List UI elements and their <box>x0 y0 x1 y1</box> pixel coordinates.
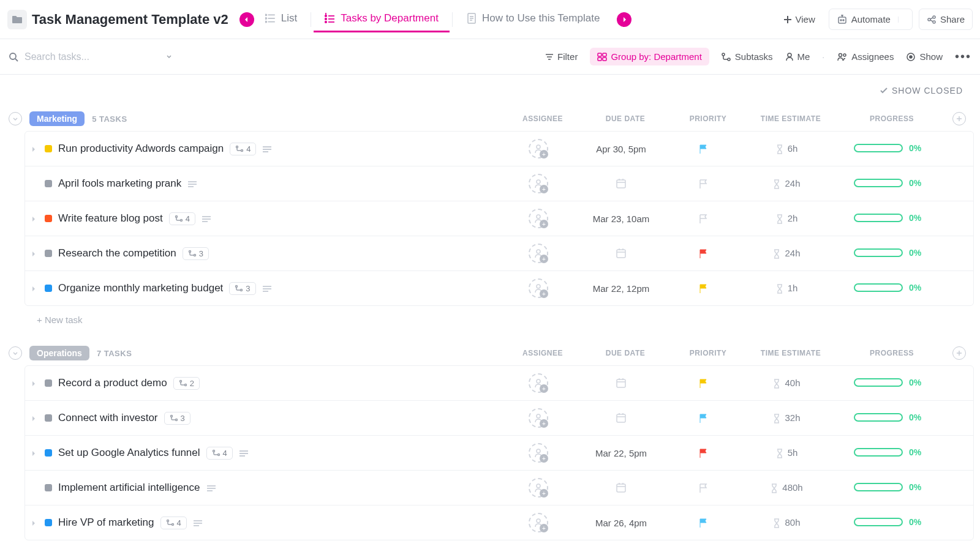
status-indicator[interactable] <box>45 250 52 257</box>
time-estimate-text[interactable]: 480h <box>782 482 802 493</box>
tab-list[interactable]: List <box>254 6 308 32</box>
status-indicator[interactable] <box>45 285 52 292</box>
subtask-count-badge[interactable]: 3 <box>229 282 255 295</box>
assign-user-button[interactable]: + <box>529 408 548 428</box>
task-row[interactable]: Write feature blog post 4 + Mar 23, 10am… <box>25 201 973 236</box>
progress-bar[interactable] <box>854 179 903 187</box>
due-date-text[interactable]: Mar 22, 5pm <box>595 448 647 458</box>
task-name[interactable]: Set up Google Analytics funnel <box>58 447 200 459</box>
priority-flag[interactable] <box>698 177 709 190</box>
subtask-count-badge[interactable]: 3 <box>164 412 190 425</box>
assign-user-button[interactable]: + <box>529 139 548 159</box>
progress-bar[interactable] <box>854 283 903 292</box>
subtasks-button[interactable]: Subtasks <box>722 51 773 62</box>
add-column-button[interactable] <box>952 346 966 360</box>
new-task-button[interactable]: + New task <box>6 306 974 331</box>
expand-caret[interactable] <box>31 518 39 528</box>
folder-icon[interactable] <box>7 10 27 29</box>
add-view-button[interactable]: View <box>776 9 823 29</box>
me-button[interactable]: Me <box>785 51 810 62</box>
expand-caret[interactable] <box>31 144 39 154</box>
subtask-count-badge[interactable]: 2 <box>173 377 200 390</box>
task-row[interactable]: Research the competition 3 + 24h 0% <box>25 236 973 271</box>
task-row[interactable]: Run productivity Adwords campaign 4 + Ap… <box>25 132 973 166</box>
automate-button[interactable]: Automate <box>829 9 913 30</box>
task-row[interactable]: Connect with investor 3 + 32h 0% <box>25 401 973 436</box>
assign-user-button[interactable]: + <box>529 244 548 263</box>
group-badge[interactable]: Marketing <box>29 111 85 126</box>
show-button[interactable]: Show <box>906 51 943 62</box>
description-icon[interactable] <box>206 483 216 493</box>
task-row[interactable]: Implement artificial intelligence + 480h… <box>25 471 973 505</box>
task-name[interactable]: Organize monthly marketing budget <box>58 282 223 294</box>
show-closed-button[interactable]: SHOW CLOSED <box>880 86 963 95</box>
progress-bar[interactable] <box>854 378 903 387</box>
status-indicator[interactable] <box>45 519 52 526</box>
collapse-group-button[interactable] <box>9 112 22 125</box>
group-badge[interactable]: Operations <box>29 346 89 360</box>
expand-caret[interactable] <box>31 448 39 458</box>
priority-flag[interactable] <box>698 212 709 225</box>
priority-flag[interactable] <box>698 412 709 424</box>
task-name[interactable]: Record a product demo <box>58 377 167 389</box>
status-indicator[interactable] <box>45 484 52 491</box>
nav-next-button[interactable] <box>617 12 631 27</box>
subtask-count-badge[interactable]: 3 <box>183 247 209 260</box>
assignees-button[interactable]: Assignees <box>837 51 894 62</box>
progress-bar[interactable] <box>854 448 903 457</box>
status-indicator[interactable] <box>45 449 52 457</box>
assign-user-button[interactable]: + <box>529 174 548 193</box>
task-name[interactable]: Run productivity Adwords campaign <box>58 143 224 155</box>
progress-bar[interactable] <box>854 214 903 222</box>
description-icon[interactable] <box>262 283 272 293</box>
status-indicator[interactable] <box>45 180 52 187</box>
expand-caret[interactable] <box>31 413 39 423</box>
time-estimate-text[interactable]: 80h <box>785 517 800 528</box>
assign-user-button[interactable]: + <box>529 478 548 498</box>
more-options-button[interactable]: ••• <box>955 50 971 64</box>
expand-caret[interactable] <box>31 283 39 293</box>
due-date-text[interactable]: Apr 30, 5pm <box>596 144 646 154</box>
description-icon[interactable] <box>262 144 272 154</box>
description-icon[interactable] <box>193 518 203 528</box>
time-estimate-text[interactable]: 32h <box>785 412 800 423</box>
description-icon[interactable] <box>202 214 211 223</box>
task-name[interactable]: April fools marketing prank <box>58 177 181 190</box>
priority-flag[interactable] <box>698 247 709 259</box>
nav-prev-button[interactable] <box>239 12 254 27</box>
time-estimate-text[interactable]: 2h <box>788 213 798 223</box>
task-row[interactable]: Record a product demo 2 + 40h 0% <box>25 366 973 401</box>
assign-user-button[interactable]: + <box>529 373 548 393</box>
share-button[interactable]: Share <box>919 9 973 30</box>
priority-flag[interactable] <box>698 482 709 494</box>
status-indicator[interactable] <box>45 215 52 222</box>
search-input[interactable] <box>24 51 159 62</box>
time-estimate-text[interactable]: 40h <box>785 378 800 388</box>
subtask-count-badge[interactable]: 4 <box>230 143 256 155</box>
progress-bar[interactable] <box>854 248 903 257</box>
time-estimate-text[interactable]: 6h <box>788 143 798 154</box>
group-by-button[interactable]: Group by: Department <box>590 48 709 65</box>
page-title[interactable]: Task Management Template v2 <box>32 12 228 28</box>
status-indicator[interactable] <box>45 379 52 387</box>
time-estimate-text[interactable]: 24h <box>785 178 800 188</box>
due-date-text[interactable]: Mar 22, 12pm <box>593 283 650 294</box>
progress-bar[interactable] <box>854 483 903 491</box>
add-column-button[interactable] <box>952 112 966 125</box>
task-name[interactable]: Hire VP of marketing <box>58 517 154 529</box>
priority-flag[interactable] <box>698 143 709 155</box>
task-name[interactable]: Write feature blog post <box>58 212 163 225</box>
description-icon[interactable] <box>239 448 249 458</box>
calendar-icon[interactable] <box>615 482 627 492</box>
progress-bar[interactable] <box>854 144 903 152</box>
assign-user-button[interactable]: + <box>529 278 548 298</box>
progress-bar[interactable] <box>854 413 903 422</box>
assign-user-button[interactable]: + <box>529 443 548 463</box>
status-indicator[interactable] <box>45 145 52 152</box>
subtask-count-badge[interactable]: 4 <box>206 447 233 460</box>
task-name[interactable]: Research the competition <box>58 247 176 259</box>
tab-tasks-by-department[interactable]: Tasks by Department <box>314 6 450 32</box>
due-date-text[interactable]: Mar 26, 4pm <box>595 518 647 528</box>
task-row[interactable]: April fools marketing prank + 24h 0% <box>25 166 973 201</box>
assign-user-button[interactable]: + <box>529 513 548 532</box>
